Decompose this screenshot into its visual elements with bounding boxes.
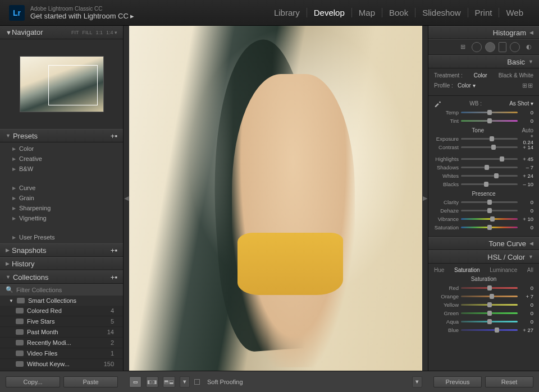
crop-tool-icon[interactable]: ⊞ <box>457 42 468 52</box>
slider-whites[interactable]: Whites+ 24 <box>434 172 533 180</box>
slider-track[interactable] <box>461 304 518 306</box>
profile-browser-icon[interactable]: ⊞⊞ <box>522 82 533 89</box>
redeye-tool-icon[interactable] <box>485 42 495 52</box>
slider-thumb[interactable] <box>487 208 492 213</box>
slider-dehaze[interactable]: Dehaze0 <box>434 206 533 215</box>
slider-track[interactable] <box>461 296 518 297</box>
soft-proof-checkbox[interactable] <box>194 379 200 385</box>
add-icon[interactable]: +▪ <box>111 246 117 255</box>
slider-track[interactable] <box>461 321 518 322</box>
preset-group[interactable]: ▶Color <box>0 144 123 154</box>
slider-thumb[interactable] <box>487 225 492 230</box>
slider-track[interactable] <box>461 146 518 148</box>
slider-value[interactable]: 0 <box>518 109 533 116</box>
module-tab-print[interactable]: Print <box>468 8 500 17</box>
crop-frame[interactable] <box>48 65 98 105</box>
module-tab-book[interactable]: Book <box>382 8 415 17</box>
slider-thumb[interactable] <box>487 110 492 115</box>
slider-value[interactable]: – 10 <box>518 181 533 187</box>
slider-value[interactable]: 0 <box>518 224 533 230</box>
slider-track[interactable] <box>461 329 518 331</box>
slider-aqua[interactable]: Aqua0 <box>434 317 533 326</box>
tone-curve-header[interactable]: Tone Curve ◀ <box>428 237 539 250</box>
radial-tool-icon[interactable] <box>510 42 520 52</box>
slider-thumb[interactable] <box>490 294 494 299</box>
preset-group[interactable]: ▶Curve <box>0 183 123 193</box>
slider-value[interactable]: + 45 <box>518 156 533 162</box>
slider-track[interactable] <box>461 158 518 160</box>
hsl-tab-luminance[interactable]: Luminance <box>490 267 517 273</box>
slider-track[interactable] <box>461 112 518 113</box>
slider-thumb[interactable] <box>500 156 504 162</box>
image-canvas[interactable] <box>129 26 422 371</box>
slider-value[interactable]: 0 <box>518 319 533 325</box>
reset-button[interactable]: Reset <box>485 376 533 388</box>
slider-thumb[interactable] <box>490 216 495 222</box>
preset-group[interactable]: ▶Grain <box>0 193 123 203</box>
preset-group[interactable]: ▶Vignetting <box>0 213 123 223</box>
collection-item[interactable]: Recently Modi...2 <box>0 338 123 348</box>
slider-blue[interactable]: Blue+ 27 <box>434 326 533 334</box>
slider-value[interactable]: + 14 <box>518 144 533 150</box>
slider-value[interactable]: 0 <box>518 302 533 308</box>
preset-group[interactable]: ▶B&W <box>0 164 123 174</box>
slider-temp[interactable]: Temp0 <box>434 108 533 117</box>
collection-item[interactable]: Past Month14 <box>0 327 123 338</box>
slider-value[interactable]: 0 <box>518 310 533 316</box>
slider-saturation[interactable]: Saturation0 <box>434 223 533 232</box>
slider-track[interactable] <box>461 175 518 177</box>
slider-yellow[interactable]: Yellow0 <box>434 301 533 309</box>
slider-clarity[interactable]: Clarity0 <box>434 198 533 206</box>
module-tab-map[interactable]: Map <box>352 8 382 17</box>
before-after-tb-button[interactable]: ⬒⬓ <box>163 376 175 388</box>
slider-shadows[interactable]: Shadows– 7 <box>434 163 533 172</box>
left-panel-handle[interactable]: ◀ <box>124 26 129 371</box>
navigator-header[interactable]: ▼ Navigator FITFILL1:11:4 ▾ <box>0 26 123 39</box>
slider-vibrance[interactable]: Vibrance+ 10 <box>434 215 533 223</box>
profile-dropdown[interactable]: Color ▾ <box>458 82 476 89</box>
slider-value[interactable]: 0 <box>518 207 533 214</box>
preset-group[interactable]: ▶Creative <box>0 154 123 164</box>
slider-track[interactable] <box>461 312 518 314</box>
basic-header[interactable]: Basic ▼ <box>428 55 539 68</box>
presets-header[interactable]: ▼ Presets +▪ <box>0 129 123 142</box>
slider-contrast[interactable]: Contrast+ 14 <box>434 143 533 151</box>
right-panel-handle[interactable]: ▶ <box>422 26 428 371</box>
slider-thumb[interactable] <box>485 165 489 170</box>
filter-collections-input[interactable]: 🔍 Filter Collections <box>0 284 123 296</box>
slider-track[interactable] <box>461 167 518 168</box>
slider-thumb[interactable] <box>487 311 492 316</box>
slider-thumb[interactable] <box>490 136 494 141</box>
before-after-lr-button[interactable]: ◧◨ <box>146 376 158 388</box>
hsl-tab-hue[interactable]: Hue <box>434 267 444 273</box>
add-icon[interactable]: +▪ <box>111 273 117 282</box>
preset-group[interactable]: ▶Sharpening <box>0 203 123 213</box>
smart-collections-group[interactable]: ▼ Smart Collections <box>0 296 123 306</box>
slider-value[interactable]: + 27 <box>518 327 533 333</box>
module-tab-library[interactable]: Library <box>267 8 307 17</box>
view-dropdown[interactable]: ▾ <box>180 376 190 388</box>
collection-item[interactable]: Without Keyw...150 <box>0 359 123 370</box>
histogram-header[interactable]: Histogram ◀ <box>428 26 539 39</box>
slider-exposure[interactable]: Exposure+ 0.24 <box>434 135 533 143</box>
slider-thumb[interactable] <box>484 182 488 187</box>
zoom-14[interactable]: 1:4 ▾ <box>106 30 117 35</box>
slider-track[interactable] <box>461 120 518 122</box>
slider-blacks[interactable]: Blacks– 10 <box>434 180 533 188</box>
brush-tool-icon[interactable]: ◐ <box>523 42 535 52</box>
slider-thumb[interactable] <box>495 328 499 333</box>
paste-button[interactable]: Paste <box>63 376 118 388</box>
slider-track[interactable] <box>461 201 518 203</box>
loupe-view-button[interactable]: ▭ <box>129 376 141 388</box>
hsl-tab-saturation[interactable]: Saturation <box>454 267 480 273</box>
zoom-fit[interactable]: FIT <box>71 30 79 35</box>
slider-thumb[interactable] <box>487 285 492 290</box>
slider-tint[interactable]: Tint0 <box>434 117 533 125</box>
subtitle-link[interactable]: Get started with Lightroom CC ▸ <box>30 12 134 20</box>
slider-value[interactable]: + 24 <box>518 173 533 179</box>
eyedropper-icon[interactable] <box>434 99 442 107</box>
slider-thumb[interactable] <box>487 302 492 307</box>
slider-track[interactable] <box>461 183 518 185</box>
slider-highlights[interactable]: Highlights+ 45 <box>434 155 533 163</box>
slider-green[interactable]: Green0 <box>434 309 533 317</box>
